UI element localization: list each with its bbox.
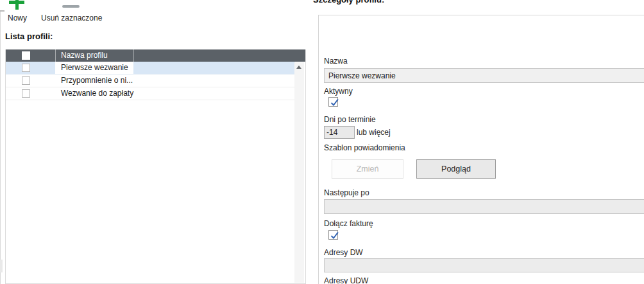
name-field-input[interactable] [324,68,644,83]
cropped-border-artifact [0,260,3,272]
table-row[interactable]: Wezwanie do zapłaty [6,87,295,100]
column-separator [133,49,134,62]
cropped-border-artifact [0,11,1,284]
profile-name: Pierwsze wezwanie [61,63,128,72]
details-panel-title: Szczegóły profilu: [313,0,384,4]
column-separator [55,49,56,62]
row-checkbox[interactable] [22,89,30,98]
change-template-button[interactable]: Zmień [332,159,403,179]
preview-template-button[interactable]: Podgląd [416,159,496,179]
follows-after-label: Następuje po [324,188,369,197]
minus-icon [62,5,80,8]
delete-selected-button[interactable]: Usuń zaznaczone [38,0,103,24]
days-after-due-suffix: lub więcej [357,128,391,137]
attach-invoice-checkbox[interactable] [328,230,338,240]
app-window: Nowy Usuń zaznaczone Lista profili: Nazw… [0,0,644,284]
table-row[interactable]: Pierwsze wezwanie [6,62,295,75]
profile-name: Wezwanie do zapłaty [61,89,133,98]
table-row[interactable]: Przypomnienie o ni... [6,75,295,87]
name-column-header[interactable]: Nazwa profilu [61,51,108,60]
bcc-addresses-label: Adresy UDW [324,276,368,284]
scroll-up-icon[interactable] [296,66,301,69]
new-profile-label: Nowy [8,13,27,22]
cc-addresses-input[interactable] [324,258,644,272]
cropped-border-artifact [0,10,4,12]
row-checkbox[interactable] [22,76,30,85]
select-all-checkbox[interactable] [22,51,30,60]
plus-icon [9,0,24,10]
delete-selected-label: Usuń zaznaczone [41,13,102,22]
table-header-row: Nazwa profilu [6,49,305,62]
active-field-label: Aktywny [324,87,353,96]
active-checkbox[interactable] [328,97,338,107]
notification-template-label: Szablon powiadomienia [324,143,405,152]
attach-invoice-label: Dołącz fakturę [324,219,373,228]
row-checkbox[interactable] [22,64,30,72]
days-after-due-input[interactable] [324,126,355,139]
new-profile-button[interactable]: Nowy [0,0,37,24]
profiles-table: Nazwa profilu Pierwsze wezwanie Przypomn… [5,49,306,284]
name-field-label: Nazwa [324,57,348,66]
vertical-scrollbar[interactable] [294,62,304,283]
follows-after-input[interactable] [324,199,644,214]
days-after-due-label: Dni po terminie [324,115,376,124]
cc-addresses-label: Adresy DW [324,248,363,257]
profile-name: Przypomnienie o ni... [61,76,133,85]
profiles-list-title: Lista profili: [5,31,53,41]
